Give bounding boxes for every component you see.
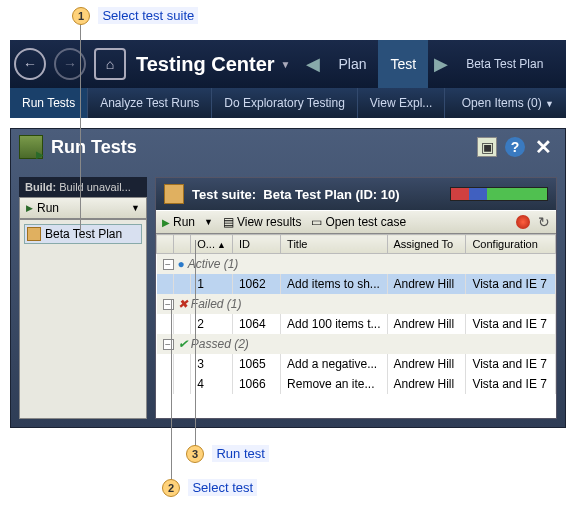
left-pane: Build: Build unavail... ▶ Run ▼ Beta Tes… — [19, 177, 147, 419]
col-title[interactable]: Title — [281, 235, 387, 254]
play-icon: ▶ — [26, 203, 33, 213]
table-row[interactable]: 21064Add 100 items t...Andrew HillVista … — [157, 314, 556, 334]
maximize-button[interactable]: ▢ — [531, 20, 542, 34]
right-pane: Test suite: Beta Test Plan (ID: 10) ▶ Ru… — [155, 177, 557, 419]
play-icon: ▶ — [162, 217, 170, 228]
minimize-button[interactable]: — — [513, 20, 525, 34]
results-icon: ▤ — [223, 215, 234, 229]
col-order[interactable]: O...▲ — [191, 235, 233, 254]
grid-header-row: O...▲ ID Title Assigned To Configuration — [157, 235, 556, 254]
callout-2: 2 Select test — [162, 478, 257, 497]
refresh-icon[interactable]: ↻ — [538, 214, 550, 230]
title-dropdown-icon[interactable]: ▼ — [281, 59, 291, 70]
col-assigned[interactable]: Assigned To — [387, 235, 466, 254]
test-suite-tree: Beta Test Plan — [19, 219, 147, 419]
new-button[interactable]: ▣ — [477, 137, 497, 157]
group-passed[interactable]: −✔ Passed (2) — [157, 334, 556, 354]
run-dropdown[interactable]: ▶ Run ▼ — [19, 197, 147, 219]
folder-icon — [27, 227, 41, 241]
tab-arrow-left-icon: ◀ — [306, 53, 320, 75]
sub-nav: Run Tests Analyze Test Runs Do Explorato… — [10, 88, 566, 118]
suite-header: Test suite: Beta Test Plan (ID: 10) — [156, 178, 556, 210]
document-icon: ▭ — [311, 215, 322, 229]
grid-toolbar: ▶ Run ▼ ▤ View results ▭ Open test case … — [156, 210, 556, 234]
forward-button[interactable]: → — [54, 48, 86, 80]
progress-bars — [450, 187, 548, 201]
table-row[interactable]: 41066Remove an ite...Andrew HillVista an… — [157, 374, 556, 394]
panel-close-button[interactable]: ✕ — [533, 137, 553, 157]
toolbar-run-button[interactable]: ▶ Run ▼ — [162, 215, 213, 229]
top-bar: — ▢ ✕ ← → ⌂ Testing Center ▼ ◀ Plan Test… — [10, 40, 566, 88]
panel-title: Run Tests — [51, 137, 473, 158]
open-items[interactable]: Open Items (0) ▼ — [450, 96, 566, 110]
test-grid: O...▲ ID Title Assigned To Configuration… — [156, 234, 556, 418]
toolbar-open-test-case-button[interactable]: ▭ Open test case — [311, 215, 406, 229]
col-id[interactable]: ID — [232, 235, 280, 254]
group-active[interactable]: −● Active (1) — [157, 254, 556, 275]
home-button[interactable]: ⌂ — [94, 48, 126, 80]
close-button[interactable]: ✕ — [548, 20, 558, 34]
callout-1-line — [80, 24, 81, 232]
subnav-view[interactable]: View Expl... — [358, 88, 445, 118]
build-bar: Build: Build unavail... — [19, 177, 147, 197]
panel-header: Run Tests ▣ ? ✕ — [11, 129, 565, 165]
callout-1: 1 Select test suite — [72, 6, 198, 25]
toolbar-view-results-button[interactable]: ▤ View results — [223, 215, 301, 229]
callout-3: 3 Run test — [186, 444, 269, 463]
run-tests-icon — [19, 135, 43, 159]
callout-2-line — [171, 300, 172, 482]
col-config[interactable]: Configuration — [466, 235, 556, 254]
stop-icon[interactable] — [516, 215, 530, 229]
suite-icon — [164, 184, 184, 204]
subnav-run-tests[interactable]: Run Tests — [10, 88, 88, 118]
subnav-exploratory[interactable]: Do Exploratory Testing — [212, 88, 358, 118]
help-button[interactable]: ? — [505, 137, 525, 157]
table-row[interactable]: 31065Add a negative...Andrew HillVista a… — [157, 354, 556, 374]
tab-beta-test-plan[interactable]: Beta Test Plan — [454, 40, 555, 88]
group-failed[interactable]: −✖ Failed (1) — [157, 294, 556, 314]
table-row[interactable]: 11062Add items to sh...Andrew HillVista … — [157, 274, 556, 294]
app-title: Testing Center — [136, 53, 275, 76]
callout-3-line — [195, 240, 196, 448]
subnav-analyze[interactable]: Analyze Test Runs — [88, 88, 212, 118]
main-panel: Run Tests ▣ ? ✕ Build: Build unavail... … — [10, 128, 566, 428]
window-controls: — ▢ ✕ — [513, 20, 558, 34]
tab-test[interactable]: Test — [378, 40, 428, 88]
tab-plan[interactable]: Plan — [326, 40, 378, 88]
tree-item-beta-test-plan[interactable]: Beta Test Plan — [24, 224, 142, 244]
tab-arrow-right-icon: ▶ — [434, 53, 448, 75]
back-button[interactable]: ← — [14, 48, 46, 80]
